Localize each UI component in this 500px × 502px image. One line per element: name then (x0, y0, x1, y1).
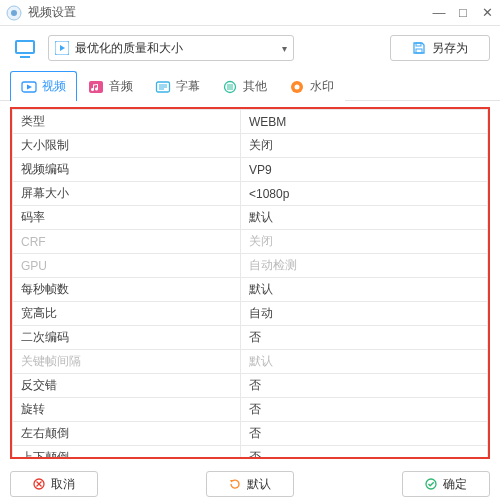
settings-row[interactable]: 关键帧间隔默认 (13, 350, 488, 374)
save-as-label: 另存为 (432, 40, 468, 57)
settings-value[interactable]: 否 (241, 446, 488, 460)
settings-row[interactable]: 二次编码否 (13, 326, 488, 350)
settings-value[interactable]: VP9 (241, 158, 488, 182)
settings-value[interactable]: <1080p (241, 182, 488, 206)
settings-value-text: 否 (249, 426, 261, 440)
settings-value-text: 否 (249, 330, 261, 344)
settings-key: 左右颠倒 (13, 422, 241, 446)
settings-value[interactable]: 关闭 (241, 134, 488, 158)
cancel-label: 取消 (51, 476, 75, 493)
settings-value-text: 关闭 (249, 234, 273, 248)
settings-key: 二次编码 (13, 326, 241, 350)
settings-table-wrap: 类型WEBM大小限制关闭视频编码VP9屏幕大小<1080p码率默认CRF关闭GP… (10, 107, 490, 459)
settings-value-text: 否 (249, 402, 261, 416)
settings-row[interactable]: 宽高比自动 (13, 302, 488, 326)
settings-row[interactable]: 码率默认 (13, 206, 488, 230)
app-icon (6, 5, 22, 21)
tab-video[interactable]: 视频 (10, 71, 77, 101)
tab-subtitle[interactable]: 字幕 (144, 71, 211, 101)
footer: 取消 默认 确定 (0, 463, 500, 502)
tab-watermark[interactable]: 水印 (278, 71, 345, 101)
save-icon (412, 41, 426, 55)
settings-value[interactable]: 自动 (241, 302, 488, 326)
ok-label: 确定 (443, 476, 467, 493)
settings-value[interactable]: 否 (241, 374, 488, 398)
settings-value[interactable]: 默认 (241, 278, 488, 302)
save-as-button[interactable]: 另存为 (390, 35, 490, 61)
settings-value[interactable]: 否 (241, 326, 488, 350)
subtitle-icon (155, 79, 171, 95)
tabs: 视频音频字幕其他水印 (0, 70, 500, 101)
settings-key: GPU (13, 254, 241, 278)
default-label: 默认 (247, 476, 271, 493)
video-icon (21, 79, 37, 95)
preset-device-icon (10, 33, 40, 63)
settings-value[interactable]: 自动检测 (241, 254, 488, 278)
tab-label: 水印 (310, 78, 334, 95)
settings-row[interactable]: 上下颠倒否 (13, 446, 488, 460)
settings-key: CRF (13, 230, 241, 254)
cancel-icon (33, 478, 45, 490)
chevron-down-icon: ▾ (282, 43, 287, 54)
settings-row[interactable]: CRF关闭 (13, 230, 488, 254)
settings-value-text: 默认 (249, 210, 273, 224)
ok-button[interactable]: 确定 (402, 471, 490, 497)
settings-value-text: 自动检测 (249, 258, 297, 272)
music-icon (88, 79, 104, 95)
settings-value-text: 否 (249, 450, 261, 459)
minimize-button[interactable]: — (432, 5, 446, 20)
settings-row[interactable]: 左右颠倒否 (13, 422, 488, 446)
svg-point-1 (11, 10, 17, 16)
settings-row[interactable]: 大小限制关闭 (13, 134, 488, 158)
settings-row[interactable]: GPU自动检测 (13, 254, 488, 278)
settings-value-text: <1080p (249, 187, 289, 201)
settings-key: 上下颠倒 (13, 446, 241, 460)
settings-row[interactable]: 反交错否 (13, 374, 488, 398)
settings-value[interactable]: 默认 (241, 350, 488, 374)
preset-select[interactable]: 最优化的质量和大小 ▾ (48, 35, 294, 61)
settings-key: 关键帧间隔 (13, 350, 241, 374)
maximize-button[interactable]: □ (456, 5, 470, 20)
settings-value-text: VP9 (249, 163, 272, 177)
default-button[interactable]: 默认 (206, 471, 294, 497)
cancel-button[interactable]: 取消 (10, 471, 98, 497)
svg-marker-6 (60, 45, 65, 51)
settings-value[interactable]: WEBM (241, 110, 488, 134)
settings-key: 每秒帧数 (13, 278, 241, 302)
settings-key: 码率 (13, 206, 241, 230)
settings-row[interactable]: 屏幕大小<1080p (13, 182, 488, 206)
tab-other[interactable]: 其他 (211, 71, 278, 101)
settings-key: 类型 (13, 110, 241, 134)
settings-key: 反交错 (13, 374, 241, 398)
settings-key: 宽高比 (13, 302, 241, 326)
settings-key: 旋转 (13, 398, 241, 422)
settings-row[interactable]: 每秒帧数默认 (13, 278, 488, 302)
svg-point-18 (295, 84, 300, 89)
tab-audio[interactable]: 音频 (77, 71, 144, 101)
preset-label: 最优化的质量和大小 (75, 40, 183, 57)
tab-label: 音频 (109, 78, 133, 95)
settings-row[interactable]: 视频编码VP9 (13, 158, 488, 182)
svg-rect-11 (89, 81, 103, 93)
reset-icon (229, 478, 241, 490)
tab-label: 其他 (243, 78, 267, 95)
settings-row[interactable]: 旋转否 (13, 398, 488, 422)
settings-value-text: 否 (249, 378, 261, 392)
settings-value[interactable]: 默认 (241, 206, 488, 230)
settings-value[interactable]: 否 (241, 422, 488, 446)
settings-value-text: 默认 (249, 282, 273, 296)
settings-key: 大小限制 (13, 134, 241, 158)
settings-value-text: 默认 (249, 354, 273, 368)
settings-value[interactable]: 关闭 (241, 230, 488, 254)
toolbar: 最优化的质量和大小 ▾ 另存为 (0, 26, 500, 70)
content-area: 类型WEBM大小限制关闭视频编码VP9屏幕大小<1080p码率默认CRF关闭GP… (0, 101, 500, 463)
tab-label: 视频 (42, 78, 66, 95)
close-button[interactable]: ✕ (480, 5, 494, 20)
settings-value[interactable]: 否 (241, 398, 488, 422)
settings-value-text: 关闭 (249, 138, 273, 152)
svg-marker-10 (27, 84, 32, 89)
titlebar: 视频设置 — □ ✕ (0, 0, 500, 26)
svg-rect-7 (416, 43, 421, 46)
settings-table: 类型WEBM大小限制关闭视频编码VP9屏幕大小<1080p码率默认CRF关闭GP… (12, 109, 488, 459)
settings-row[interactable]: 类型WEBM (13, 110, 488, 134)
